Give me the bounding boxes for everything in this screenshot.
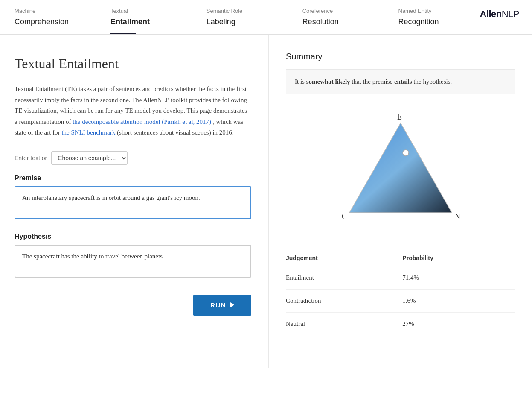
run-button[interactable]: RUN: [193, 295, 251, 316]
triangle-label-n: N: [455, 212, 460, 221]
left-panel: Textual Entailment Textual Entailment (T…: [0, 35, 269, 368]
results-table: Judgement Probability Entailment71.4%Con…: [286, 250, 515, 335]
right-panel: Summary It is somewhat likely that the p…: [269, 35, 532, 368]
enter-text-label: Enter text or: [15, 155, 47, 161]
link-snli[interactable]: the SNLI benchmark: [61, 129, 115, 136]
link-decomposable[interactable]: the decomposable attention model (Parikh…: [73, 118, 211, 125]
nav-bottom-entailment[interactable]: Entailment: [96, 18, 192, 34]
nav-bottom-comprehension[interactable]: Comprehension: [0, 18, 96, 34]
run-btn-row: RUN: [15, 295, 251, 316]
page-title: Textual Entailment: [15, 56, 251, 72]
triangle-shape: [349, 123, 452, 213]
nav-bottom-resolution[interactable]: Resolution: [288, 18, 384, 34]
chevron-right-icon: [230, 302, 234, 307]
judgement-cell: Neutral: [286, 313, 394, 336]
nav-top-semantic: Semantic Role: [192, 8, 288, 18]
triangle-container: E C N: [286, 106, 515, 238]
nav-top-ner: Named Entity: [384, 8, 480, 18]
judgement-cell: Contradiction: [286, 290, 394, 313]
summary-suffix: the hypothesis.: [412, 78, 452, 85]
premise-input[interactable]: An interplanetary spacecraft is in orbit…: [15, 186, 251, 219]
premise-label: Premise: [15, 174, 251, 182]
probability-cell: 1.6%: [394, 290, 515, 313]
triangle-label-e: E: [397, 113, 402, 121]
logo-area[interactable]: AllenNLP: [480, 0, 532, 28]
nav-top-coref: Coreference: [288, 8, 384, 18]
nav-column-ner: Named Entity Recognition: [384, 0, 480, 34]
table-row: Neutral27%: [286, 313, 515, 336]
col-header-probability: Probability: [394, 250, 515, 266]
table-row: Entailment71.4%: [286, 266, 515, 290]
top-nav: Machine Comprehension Textual Entailment…: [0, 0, 532, 35]
nav-bottom-labeling[interactable]: Labeling: [192, 18, 288, 34]
enter-text-row: Enter text or Choose an example... Examp…: [15, 151, 251, 165]
logo: AllenNLP: [480, 9, 519, 20]
probability-cell: 27%: [394, 313, 515, 336]
col-header-judgement: Judgement: [286, 250, 394, 266]
description: Textual Entailment (TE) takes a pair of …: [15, 84, 251, 138]
summary-bold1: somewhat likely: [306, 78, 350, 85]
main-layout: Textual Entailment Textual Entailment (T…: [0, 35, 532, 368]
summary-bold2: entails: [394, 78, 412, 85]
hypothesis-label: Hypothesis: [15, 233, 251, 240]
summary-title: Summary: [286, 52, 515, 61]
nav-column-semantic: Semantic Role Labeling: [192, 0, 288, 34]
summary-middle: that the premise: [350, 78, 394, 85]
summary-box: It is somewhat likely that the premise e…: [286, 69, 515, 94]
run-button-label: RUN: [210, 301, 226, 309]
summary-prefix: It is: [295, 78, 306, 85]
nav-column-textual: Textual Entailment: [96, 0, 192, 34]
nav-column-coref: Coreference Resolution: [288, 0, 384, 34]
hypothesis-section: Hypothesis The spacecraft has the abilit…: [15, 233, 251, 279]
table-row: Contradiction1.6%: [286, 290, 515, 313]
prediction-dot: [403, 150, 409, 156]
premise-section: Premise An interplanetary spacecraft is …: [15, 174, 251, 221]
nav-bottom-recognition[interactable]: Recognition: [384, 18, 480, 34]
triangle-label-c: C: [342, 212, 347, 221]
nav-top-textual: Textual: [96, 8, 192, 18]
triangle-svg: E C N: [332, 110, 469, 234]
hypothesis-input[interactable]: The spacecraft has the ability to travel…: [15, 245, 251, 278]
nav-top-machine: Machine: [0, 8, 96, 18]
description-part3: (short sentences about visual scenes) in…: [115, 129, 233, 136]
nav-column-machine: Machine Comprehension: [0, 0, 96, 34]
judgement-cell: Entailment: [286, 266, 394, 290]
example-select[interactable]: Choose an example... Example 1 Example 2…: [51, 151, 128, 165]
probability-cell: 71.4%: [394, 266, 515, 290]
